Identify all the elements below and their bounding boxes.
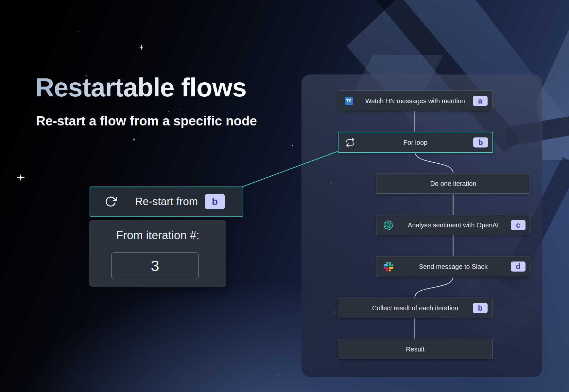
star-icon: [139, 44, 144, 50]
flow-node-do-one-iteration[interactable]: Do one iteration: [376, 173, 530, 194]
flow-node-label: Result: [338, 345, 492, 353]
flow-node-label: Send message to Slack: [376, 263, 530, 270]
star-dot: [292, 145, 293, 146]
flow-node-label: Analyse sentiment with OpenAI: [376, 221, 530, 229]
step-badge: b: [473, 303, 488, 313]
star-dot: [278, 374, 279, 375]
star-dot: [78, 31, 79, 32]
page-title: Restartable flows: [35, 73, 246, 103]
star-icon: [17, 173, 25, 182]
flow-node-label: For loop: [338, 139, 492, 146]
flow-node-collect-result[interactable]: Collect result of each iteration b: [338, 298, 492, 318]
flow-node-label: Do one iteration: [376, 180, 530, 187]
flow-node-slack[interactable]: Send message to Slack d: [376, 256, 530, 277]
flow-node-openai[interactable]: Analyse sentiment with OpenAI c: [376, 215, 530, 235]
iteration-label: From iteration #:: [89, 229, 226, 242]
step-badge: b: [205, 194, 225, 209]
flow-node-for-loop[interactable]: For loop b: [338, 132, 493, 153]
star-dot: [168, 111, 169, 112]
step-badge: d: [511, 262, 526, 272]
flow-node-label: Collect result of each iteration: [338, 304, 492, 312]
restartable-flows-banner: Restartable flows Re-start a flow from a…: [0, 0, 569, 392]
star-dot: [133, 139, 135, 140]
step-badge: a: [473, 96, 488, 106]
star-dot: [179, 108, 180, 109]
restart-from-button[interactable]: Re-start from b: [90, 187, 243, 217]
step-badge: c: [511, 220, 526, 230]
flow-node-watch-hn[interactable]: TS Watch HN messages with mention a: [338, 90, 492, 111]
iteration-input[interactable]: [111, 252, 199, 279]
flow-node-label: Watch HN messages with mention: [338, 97, 492, 105]
iteration-panel: From iteration #:: [89, 220, 226, 287]
page-subtitle: Re-start a flow from a specific node: [36, 114, 257, 128]
step-badge: b: [473, 137, 488, 147]
flow-node-result[interactable]: Result: [338, 339, 492, 359]
